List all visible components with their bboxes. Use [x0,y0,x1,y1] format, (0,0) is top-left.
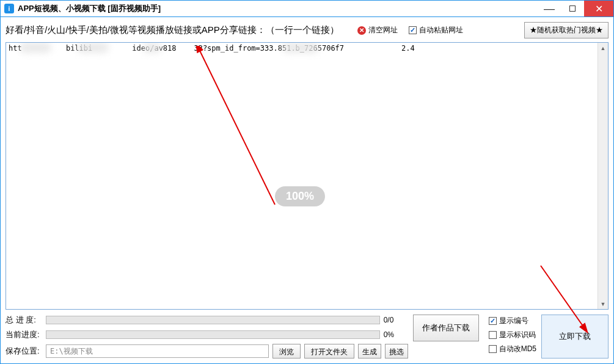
titlebar: i APP短视频、小视频下载 [固乔视频助手] — ✕ [0,0,614,17]
autopaste-label: 自动粘贴网址 [419,25,463,35]
app-icon: i [4,4,14,13]
current-progress-bar [46,330,380,339]
current-progress-text: 0% [384,330,408,339]
clear-label: 清空网址 [368,25,398,35]
clear-icon: ✕ [357,26,366,35]
pick-button[interactable]: 挑选 [385,344,408,359]
save-path-input[interactable] [46,344,269,358]
current-progress-row: 当前进度: 0% [5,329,408,340]
browse-button[interactable]: 浏览 [272,344,301,359]
watermark-badge: 100% [275,186,325,206]
save-path-row: 保存位置: 浏览 打开文件夹 生成 挑选 [5,344,408,359]
window-title: APP短视频、小视频下载 [固乔视频助手] [18,3,161,14]
scroll-up-icon[interactable]: ▲ [598,43,608,53]
checkbox-icon [489,331,497,339]
clear-urls-button[interactable]: ✕ 清空网址 [357,25,398,35]
auto-md5-label: 自动改MD5 [499,344,536,354]
annotation-arrow-2 [525,263,599,342]
svg-line-1 [541,266,583,327]
save-path-label: 保存位置: [5,346,42,357]
total-progress-text: 0/0 [384,316,408,324]
window-controls: — ✕ [538,1,613,16]
current-progress-label: 当前进度: [5,329,42,340]
scrollbar[interactable]: ▲ ▼ [598,43,608,309]
bottom-panel: 总 进 度: 0/0 当前进度: 0% 保存位置: 浏览 打开文件夹 生成 挑选… [5,315,609,359]
author-button-column: 作者作品下载 [413,315,479,359]
open-folder-button[interactable]: 打开文件夹 [304,344,354,359]
instruction-label: 好看/抖音/火山/快手/美拍/微视等视频播放链接或APP分享链接：（一行一个链接… [5,24,339,36]
checkbox-icon [409,26,417,34]
blur-patch [77,43,109,53]
total-progress-row: 总 进 度: 0/0 [5,315,408,326]
url-input-area[interactable]: htt bilibi ideo/av818 33?spm_id_from=333… [5,42,609,310]
top-toolbar: 好看/抖音/火山/快手/美拍/微视等视频播放链接或APP分享链接：（一行一个链接… [5,22,609,38]
checkbox-icon [489,317,497,325]
blur-patch [20,43,51,53]
total-progress-label: 总 进 度: [5,315,42,326]
svg-line-0 [199,49,275,205]
generate-button[interactable]: 生成 [358,344,381,359]
scroll-down-icon[interactable]: ▼ [598,299,608,309]
autopaste-checkbox[interactable]: 自动粘贴网址 [409,25,463,35]
random-hot-button[interactable]: ★随机获取热门视频★ [524,22,609,38]
close-button[interactable]: ✕ [584,1,613,16]
show-number-label: 显示编号 [499,316,528,326]
auto-md5-checkbox[interactable]: 自动改MD5 [489,344,536,354]
minimize-button[interactable]: — [538,1,561,16]
blur-patch [143,43,161,53]
progress-column: 总 进 度: 0/0 当前进度: 0% 保存位置: 浏览 打开文件夹 生成 挑选 [5,315,408,359]
total-progress-bar [46,316,380,324]
checkbox-icon [489,345,497,353]
author-works-button[interactable]: 作者作品下载 [413,315,479,341]
maximize-button[interactable] [561,1,584,16]
